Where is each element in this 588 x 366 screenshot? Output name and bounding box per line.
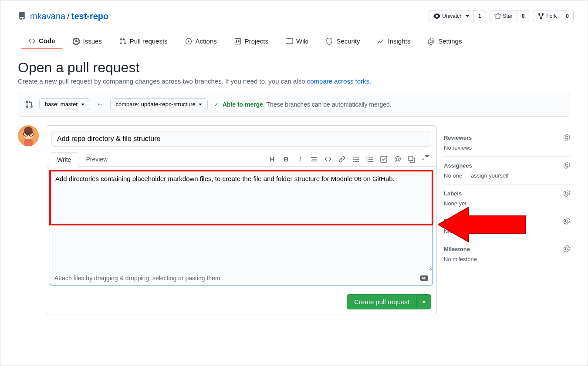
svg-rect-17: [355, 161, 359, 162]
svg-rect-16: [355, 159, 359, 160]
italic-icon[interactable]: I: [296, 155, 304, 163]
svg-point-12: [353, 156, 354, 158]
tab-code[interactable]: Code: [21, 34, 62, 49]
svg-point-8: [24, 127, 33, 135]
fork-button[interactable]: Fork: [533, 10, 561, 22]
assignees-value[interactable]: No one — assign yourself: [444, 172, 570, 179]
svg-rect-5: [238, 40, 240, 42]
range-editor: base: master ← compare: update-repo-stru…: [18, 92, 570, 117]
bullet-list-icon[interactable]: [352, 155, 360, 163]
link-icon[interactable]: [338, 155, 346, 163]
tab-actions[interactable]: Actions: [178, 34, 224, 49]
tab-issues[interactable]: Issues: [66, 34, 109, 49]
watch-count[interactable]: 1: [474, 10, 486, 22]
tab-pull-requests[interactable]: Pull requests: [112, 34, 175, 49]
svg-rect-15: [355, 157, 359, 158]
git-compare-icon: [25, 101, 33, 108]
compare-forks-link[interactable]: compare across forks: [307, 77, 369, 85]
attach-files-hint[interactable]: Attach files by dragging & dropping, sel…: [54, 275, 222, 282]
task-list-icon[interactable]: [380, 155, 388, 163]
pr-sidebar: Reviewers No reviews Assignees No one — …: [444, 125, 570, 268]
fork-count[interactable]: 0: [561, 10, 574, 22]
pr-body-textarea[interactable]: [50, 170, 433, 271]
gear-icon[interactable]: [563, 134, 570, 141]
mention-icon[interactable]: @: [394, 155, 402, 163]
repo-name-link[interactable]: test-repo: [71, 11, 109, 21]
heading-icon[interactable]: H: [268, 155, 276, 163]
tab-preview[interactable]: Preview: [78, 152, 115, 166]
tab-security[interactable]: Security: [319, 34, 367, 49]
milestone-value: No milestone: [444, 256, 570, 262]
base-branch-select[interactable]: base: master: [39, 98, 90, 110]
tab-wiki[interactable]: Wiki: [279, 34, 315, 49]
tab-projects[interactable]: Projects: [227, 34, 275, 49]
svg-rect-23: [368, 161, 373, 162]
repo-icon: [18, 12, 26, 20]
labels-value: None yet: [444, 200, 570, 207]
code-icon[interactable]: [324, 155, 332, 163]
comment-box: Write Preview H B I: [46, 125, 437, 315]
tab-write[interactable]: Write: [50, 152, 78, 167]
create-pull-request-caret[interactable]: ▾: [417, 294, 431, 309]
merge-status: ✓ Able to merge. These branches can be a…: [214, 101, 392, 108]
star-button[interactable]: Star: [490, 10, 517, 22]
unwatch-button[interactable]: Unwatch: [429, 10, 474, 22]
projects-value: None yet: [444, 228, 570, 235]
quote-icon[interactable]: [310, 155, 318, 163]
svg-rect-21: [368, 157, 373, 158]
compare-branch-select[interactable]: compare: update-repo-structure: [110, 98, 208, 110]
svg-point-13: [353, 158, 354, 160]
tab-settings[interactable]: Settings: [421, 34, 469, 49]
projects-heading[interactable]: Projects: [444, 218, 466, 225]
svg-rect-22: [368, 159, 373, 160]
gear-icon[interactable]: [563, 218, 570, 225]
gear-icon[interactable]: [563, 190, 570, 197]
svg-rect-25: [409, 156, 413, 161]
svg-point-14: [353, 161, 354, 162]
reviewers-heading[interactable]: Reviewers: [444, 134, 472, 141]
path-separator: /: [67, 11, 70, 21]
markdown-badge[interactable]: M↓: [420, 275, 428, 281]
svg-text:3: 3: [366, 160, 368, 163]
avatar[interactable]: [18, 125, 39, 146]
svg-rect-11: [24, 139, 33, 146]
page-title: Open a pull request: [18, 60, 570, 76]
repo-tabs: Code Issues Pull requests Actions Projec…: [18, 34, 574, 49]
assignees-heading[interactable]: Assignees: [444, 162, 472, 169]
svg-point-1: [75, 40, 77, 42]
page-subtitle: Create a new pull request by comparing c…: [18, 77, 570, 85]
repo-owner-link[interactable]: mkavana: [30, 11, 65, 21]
milestone-heading[interactable]: Milestone: [444, 246, 470, 252]
check-icon: ✓: [214, 101, 219, 108]
labels-heading[interactable]: Labels: [444, 190, 462, 197]
reply-icon[interactable]: [422, 155, 429, 163]
gear-icon[interactable]: [563, 245, 570, 252]
create-pull-request-button[interactable]: Create pull request: [347, 294, 417, 309]
arrow-left-icon: ←: [96, 100, 104, 109]
gear-icon[interactable]: [563, 162, 570, 169]
pr-title-input[interactable]: [51, 131, 431, 147]
bold-icon[interactable]: B: [282, 155, 290, 163]
number-list-icon[interactable]: 123: [366, 155, 374, 163]
repo-header: mkavana / test-repo Unwatch 1 Star: [18, 7, 574, 25]
reference-icon[interactable]: [408, 155, 416, 163]
svg-rect-4: [236, 40, 237, 43]
star-count[interactable]: 0: [517, 10, 530, 22]
tab-insights[interactable]: Insights: [370, 34, 417, 49]
svg-rect-3: [235, 38, 240, 44]
reviewers-value: No reviews: [444, 144, 570, 151]
